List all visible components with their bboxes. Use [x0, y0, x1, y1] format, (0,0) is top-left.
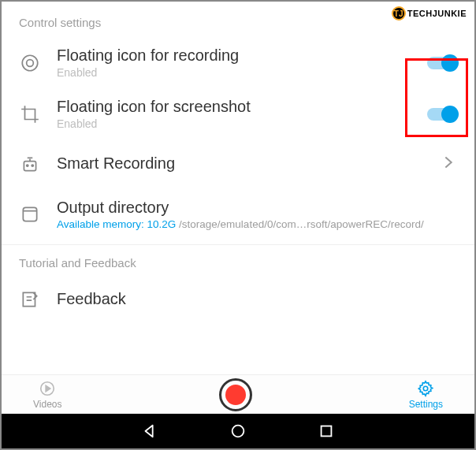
- output-sub: Available memory: 10.2G /storage/emulate…: [57, 218, 457, 230]
- row-title: Output directory: [57, 199, 457, 217]
- row-floating-screenshot[interactable]: Floating icon for screenshot Enabled: [2, 88, 474, 139]
- tab-videos[interactable]: Videos: [33, 380, 61, 410]
- row-floating-recording[interactable]: Floating icon for recording Enabled: [2, 37, 474, 88]
- android-nav-bar: [2, 414, 474, 448]
- nav-recent-icon[interactable]: [318, 422, 335, 440]
- nav-back-icon[interactable]: [141, 422, 158, 440]
- svg-point-4: [32, 165, 33, 166]
- settings-content: Control settings Floating icon for recor…: [2, 2, 474, 374]
- row-title: Feedback: [57, 290, 457, 308]
- row-feedback[interactable]: Feedback: [2, 277, 474, 315]
- mem-label: Available memory:: [57, 218, 147, 230]
- bottom-tab-bar: Videos Settings: [2, 374, 474, 414]
- toggle-floating-recording[interactable]: [427, 57, 457, 69]
- svg-rect-2: [24, 161, 35, 170]
- tj-logo-icon: TJ: [392, 6, 406, 20]
- tab-label: Settings: [409, 399, 443, 410]
- output-path: /storage/emulated/0/com…rsoft/apowerREC/…: [176, 218, 423, 230]
- nav-home-icon[interactable]: [229, 422, 247, 440]
- crop-icon: [19, 103, 41, 125]
- svg-point-9: [232, 426, 244, 437]
- gear-icon: [417, 380, 434, 397]
- section-tutorial-header: Tutorial and Feedback: [2, 250, 474, 277]
- svg-rect-10: [322, 426, 332, 437]
- svg-rect-6: [23, 292, 35, 306]
- row-sub: Enabled: [57, 117, 427, 130]
- record-circle-icon: [19, 52, 41, 74]
- record-button[interactable]: [219, 378, 252, 411]
- robot-icon: [19, 154, 41, 176]
- svg-rect-5: [23, 207, 36, 221]
- tab-settings[interactable]: Settings: [409, 380, 443, 410]
- chevron-right-icon: [440, 152, 457, 177]
- row-output-directory[interactable]: Output directory Available memory: 10.2G…: [2, 189, 474, 240]
- row-title: Smart Recording: [57, 154, 440, 173]
- toggle-floating-screenshot[interactable]: [427, 108, 457, 121]
- techjunkie-watermark: TJ TECHJUNKIE: [392, 6, 467, 20]
- row-smart-recording[interactable]: Smart Recording: [2, 139, 474, 189]
- svg-point-8: [424, 386, 429, 391]
- svg-point-3: [27, 165, 28, 166]
- row-title: Floating icon for recording: [57, 46, 427, 65]
- row-title: Floating icon for screenshot: [57, 98, 427, 116]
- feedback-icon: [19, 288, 41, 311]
- mem-value: 10.2G: [147, 218, 177, 230]
- svg-point-0: [22, 55, 38, 71]
- play-circle-icon: [39, 380, 56, 397]
- record-dot-icon: [225, 385, 246, 405]
- tab-label: Videos: [33, 399, 61, 410]
- divider: [2, 244, 474, 245]
- watermark-text: TECHJUNKIE: [407, 9, 467, 18]
- storage-icon: [19, 203, 41, 225]
- row-sub: Enabled: [57, 66, 427, 79]
- svg-point-1: [27, 59, 34, 66]
